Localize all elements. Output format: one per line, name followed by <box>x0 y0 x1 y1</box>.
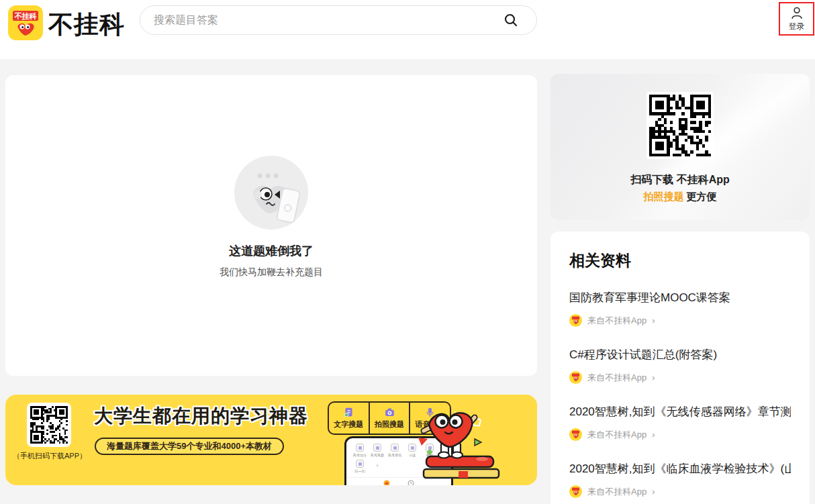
related-item-source[interactable]: 来自不挂科App › <box>569 485 791 498</box>
related-item-source[interactable]: 来自不挂科App › <box>569 428 791 441</box>
banner-qr-code <box>27 403 71 447</box>
related-item[interactable]: 2020智慧树,知到《临床血液学检验技术》(山… 来自不挂科App › <box>569 461 791 498</box>
search-input[interactable] <box>154 14 503 26</box>
text-search-icon <box>343 407 354 418</box>
header: 不挂科 不挂科 登录 <box>0 0 815 59</box>
related-item-source[interactable]: 来自不挂科App › <box>569 371 791 384</box>
empty-state-illustration <box>234 156 308 230</box>
photo-search-highlight: 拍照搜题 <box>643 191 683 202</box>
related-item-title[interactable]: 国防教育军事理论MOOC课答案 <box>569 290 791 306</box>
related-title: 相关资料 <box>569 250 791 271</box>
related-item-title[interactable]: 2020智慧树,知到《临床血液学检验技术》(山… <box>569 461 791 477</box>
heart-mascot <box>418 404 532 485</box>
empty-state-card: 这道题难倒我了 我们快马加鞭去补充题目 <box>5 75 537 376</box>
download-text: 扫码下载 不挂科App <box>550 173 810 187</box>
page: 不挂科 不挂科 登录 <box>0 0 815 504</box>
related-item[interactable]: 2020智慧树,知到《无线传感器网络》章节测… 来自不挂科App › <box>569 404 791 441</box>
related-materials-card: 相关资料 国防教育军事理论MOOC课答案 来自不挂科App › C#程序设计试题… <box>550 232 810 504</box>
feature-photo-search: 拍照搜题 <box>369 403 410 434</box>
chevron-right-icon: › <box>652 430 655 440</box>
banner-badge: 海量题库覆盖大学59个专业和4000+本教材 <box>95 438 284 455</box>
login-label: 登录 <box>789 21 805 32</box>
app-logo-icon[interactable]: 不挂科 <box>8 5 43 40</box>
clock-tab-icon <box>408 480 414 485</box>
feature-text-search: 文字搜题 <box>329 403 369 434</box>
related-item-title[interactable]: 2020智慧树,知到《无线传感器网络》章节测… <box>569 404 791 420</box>
camera-icon <box>384 407 395 418</box>
app-mini-logo-icon <box>569 314 582 327</box>
home-tab-icon <box>383 480 390 485</box>
app-mini-logo-icon <box>569 428 582 441</box>
related-item[interactable]: C#程序设计试题汇总(附答案) 来自不挂科App › <box>569 347 791 384</box>
search-icon[interactable] <box>503 12 519 28</box>
chevron-right-icon: › <box>652 487 655 497</box>
user-icon <box>789 5 804 20</box>
banner-title: 大学生都在用的学习神器 <box>94 403 308 429</box>
search-bar[interactable] <box>140 5 537 35</box>
related-item[interactable]: 国防教育军事理论MOOC课答案 来自不挂科App › <box>569 290 791 327</box>
banner-qr-caption: （手机扫码下载APP） <box>11 451 89 461</box>
related-item-source[interactable]: 来自不挂科App › <box>569 314 791 327</box>
related-item-title[interactable]: C#程序设计试题汇总(附答案) <box>569 347 791 363</box>
app-promo-banner[interactable]: （手机扫码下载APP） 大学生都在用的学习神器 海量题库覆盖大学59个专业和40… <box>5 395 537 485</box>
brand-wordmark: 不挂科 <box>48 8 125 42</box>
chevron-right-icon: › <box>652 372 655 383</box>
download-qr-code <box>646 92 714 159</box>
empty-state-title: 这道题难倒我了 <box>229 243 314 259</box>
download-qr-card: 扫码下载 不挂科App 拍照搜题 更方便 <box>550 74 810 220</box>
chevron-right-icon: › <box>652 315 655 325</box>
empty-state-subtitle: 我们快马加鞭去补充题目 <box>220 266 323 279</box>
app-mini-logo-icon <box>569 371 582 384</box>
app-mini-logo-icon <box>569 485 582 498</box>
download-subtext: 拍照搜题 更方便 <box>550 191 810 203</box>
svg-text:不挂科: 不挂科 <box>14 12 38 20</box>
login-button[interactable]: 登录 <box>779 2 814 36</box>
